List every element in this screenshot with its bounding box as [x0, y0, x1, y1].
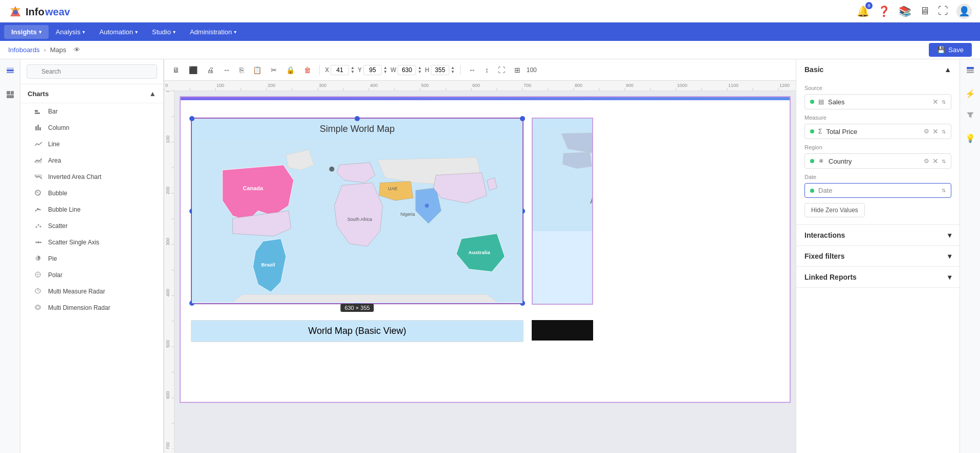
region-row[interactable]: ⛯ Country ⚙ ✕ ⇅: [804, 153, 951, 169]
chart-item-multi-dimension-radar[interactable]: Multi Dimension Radar: [20, 300, 163, 316]
chart-item-scatter-single-axis[interactable]: Scatter Single Axis: [20, 234, 163, 251]
measure-gear[interactable]: ⚙: [924, 128, 929, 135]
chart-label: Bar: [48, 108, 58, 115]
nav-insights[interactable]: Insights ▾: [4, 25, 49, 39]
desktop-tool[interactable]: 🖥: [169, 64, 183, 76]
measure-value: Total Price: [826, 128, 857, 135]
handle-tr[interactable]: [520, 116, 525, 121]
region-remove[interactable]: ✕: [932, 157, 939, 165]
charts-section: Charts ▲ BarColumnLineAreaInverted Area …: [20, 84, 163, 453]
chart-icon: [35, 271, 43, 279]
library-icon[interactable]: 📚: [899, 5, 911, 17]
size-badge: 630 × 355: [340, 304, 374, 312]
map-title-1: Simple World Map: [192, 119, 522, 140]
save-button[interactable]: 💾 Save: [929, 43, 972, 57]
user-avatar[interactable]: 👤: [956, 4, 972, 19]
region-label: Region: [804, 144, 951, 150]
chart-item-column[interactable]: Column: [20, 120, 163, 136]
handle-tl[interactable]: [189, 116, 194, 121]
chart-item-bubble-line[interactable]: Bubble Line: [20, 201, 163, 218]
search-input[interactable]: [27, 64, 157, 79]
y-input[interactable]: [363, 65, 382, 75]
chart-item-line[interactable]: Line: [20, 136, 163, 152]
ruler-h-canvas: [164, 81, 796, 91]
chart-label: Area: [48, 157, 61, 164]
chart-item-polar[interactable]: Polar: [20, 267, 163, 283]
chart-item-bar[interactable]: Bar: [20, 103, 163, 120]
panel-icon[interactable]: [3, 87, 18, 104]
chart-item-scatter[interactable]: Scatter: [20, 218, 163, 234]
nav-analysis[interactable]: Analysis ▾: [49, 25, 92, 39]
charts-section-header[interactable]: Charts ▲: [20, 84, 163, 103]
x-input[interactable]: [331, 65, 349, 75]
chart-item-inverted-area-chart[interactable]: Inverted Area Chart: [20, 169, 163, 185]
arrows-updown-tool[interactable]: ↕: [482, 64, 492, 76]
basic-section-header[interactable]: Basic ▲: [796, 59, 960, 80]
world-map-widget-1[interactable]: Simple World Map Canada: [191, 118, 524, 305]
date-arrows[interactable]: ⇅: [942, 188, 946, 193]
h-arrows[interactable]: ▲ ▼: [451, 66, 455, 74]
map-title-2-area: [533, 119, 592, 129]
arrows-inout-tool[interactable]: ↔: [466, 64, 479, 76]
fixed-filters-header[interactable]: Fixed filters ▾: [796, 246, 960, 266]
help-icon[interactable]: ❓: [878, 5, 890, 17]
x-arrows[interactable]: ▲ ▼: [351, 66, 355, 74]
chart-item-area[interactable]: Area: [20, 152, 163, 169]
date-row-left: Date: [810, 187, 832, 194]
lock-tool[interactable]: 🔒: [283, 64, 298, 76]
date-row[interactable]: Date ⇅: [804, 183, 951, 198]
interactions-header[interactable]: Interactions ▾: [796, 225, 960, 245]
layers-icon[interactable]: [3, 63, 18, 81]
expand-icon[interactable]: ⛶: [938, 5, 948, 17]
chart-item-bubble[interactable]: Bubble: [20, 185, 163, 201]
source-arrows[interactable]: ⇅: [942, 99, 946, 105]
h-input[interactable]: [431, 65, 449, 75]
fullscreen-tool[interactable]: ⛶: [495, 64, 508, 76]
right-lightning-icon[interactable]: ⚡: [962, 86, 978, 102]
nav-automation[interactable]: Automation ▾: [92, 25, 145, 39]
right-bulb-icon[interactable]: 💡: [962, 130, 978, 146]
chart-item-pie[interactable]: Pie: [20, 251, 163, 267]
region-gear[interactable]: ⚙: [924, 157, 929, 165]
measure-remove[interactable]: ✕: [932, 127, 939, 135]
right-filter-icon[interactable]: [963, 108, 977, 124]
handle-tm[interactable]: [355, 116, 360, 121]
move-tool[interactable]: ↔: [220, 64, 233, 76]
canvas-viewport[interactable]: Simple World Map Canada: [175, 91, 796, 453]
chart-icon: [35, 124, 43, 132]
nav-studio[interactable]: Studio ▾: [145, 25, 183, 39]
y-arrows[interactable]: ▲ ▼: [383, 66, 387, 74]
grid-tool[interactable]: ⊞: [511, 64, 524, 76]
print-tool[interactable]: 🖨: [204, 64, 217, 76]
source-row[interactable]: ▤ Sales ✕ ⇅: [804, 94, 951, 109]
region-arrows[interactable]: ⇅: [942, 158, 946, 164]
copy-tool[interactable]: ⎘: [236, 64, 247, 76]
svg-rect-7: [7, 72, 14, 73]
svg-marker-36: [35, 305, 40, 310]
breadcrumb-home[interactable]: Infoboards: [8, 46, 39, 54]
linked-reports-section: Linked Reports ▾: [796, 267, 960, 288]
chart-item-multi-measure-radar[interactable]: Multi Measure Radar: [20, 283, 163, 300]
w-arrows[interactable]: ▲ ▼: [418, 66, 422, 74]
cut-tool[interactable]: ✂: [268, 64, 280, 76]
w-input[interactable]: [398, 65, 416, 75]
chart-label: Pie: [48, 255, 57, 262]
paste-tool[interactable]: 📋: [250, 64, 265, 76]
monitor-icon[interactable]: 🖥: [920, 5, 930, 17]
right-table-icon[interactable]: [963, 63, 977, 80]
svg-rect-15: [37, 125, 39, 130]
square-tool[interactable]: ⬛: [186, 64, 201, 76]
source-remove[interactable]: ✕: [932, 98, 939, 106]
source-value: Sales: [828, 98, 845, 106]
nav-administration[interactable]: Administration ▾: [183, 25, 244, 39]
linked-reports-header[interactable]: Linked Reports ▾: [796, 267, 960, 287]
eye-icon[interactable]: 👁: [74, 46, 80, 54]
world-map-widget-2[interactable]: ASIA: [532, 118, 593, 305]
zoom-level: 100: [527, 66, 537, 74]
chart-label: Bubble Line: [48, 206, 80, 213]
notification-icon[interactable]: 🔔 8: [857, 5, 869, 17]
measure-arrows[interactable]: ⇅: [942, 129, 946, 134]
measure-row[interactable]: Σ Total Price ⚙ ✕ ⇅: [804, 124, 951, 139]
delete-tool[interactable]: 🗑: [301, 64, 314, 76]
hide-zero-button[interactable]: Hide Zero Values: [804, 203, 865, 217]
